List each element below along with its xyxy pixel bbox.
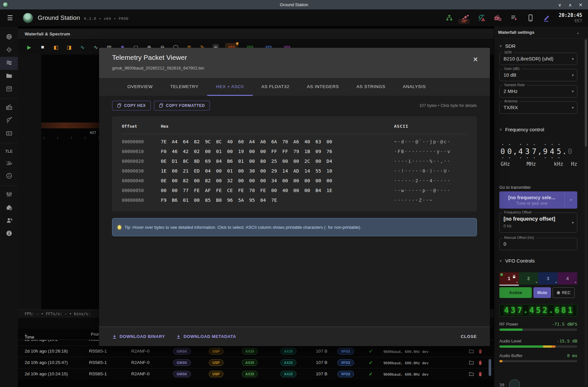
hex-byte[interactable]: 25 (271, 156, 282, 166)
hex-byte[interactable]: FF (271, 147, 282, 156)
section-vfo-controls[interactable]: ∨ VFO Controls (499, 258, 577, 264)
packet-to[interactable]: R2ANF-0 (131, 371, 149, 376)
edit-log-icon[interactable] (543, 14, 551, 22)
hex-byte[interactable]: 1B (304, 147, 315, 156)
hex-byte[interactable]: FE (216, 186, 227, 195)
hex-byte[interactable]: 82 (183, 176, 194, 186)
sidebar-item-map[interactable] (0, 31, 18, 44)
hex-byte[interactable]: 76 (326, 147, 338, 156)
hex-byte[interactable]: 00 (238, 166, 249, 176)
play-icon[interactable]: ▶ (26, 44, 32, 50)
vfo-tab-2[interactable]: 2◂ (519, 272, 538, 285)
hex-byte[interactable]: 1E (326, 186, 338, 195)
sidebar-item-decoder[interactable] (0, 127, 18, 140)
hex-byte[interactable]: AF (205, 186, 216, 195)
hex-byte[interactable]: 00 (205, 147, 216, 156)
hex-byte[interactable]: 46 (172, 147, 183, 156)
digit-down-icon[interactable]: ▾ (558, 156, 559, 160)
hex-byte[interactable]: 8D (194, 156, 205, 166)
hex-byte[interactable]: 82 (194, 137, 205, 147)
collapse-panel-icon[interactable]: ⌄ (576, 30, 580, 35)
hex-byte[interactable]: 00 (293, 176, 304, 186)
hex-byte[interactable]: 00 (216, 166, 227, 176)
select-sdr[interactable]: SDR B210 (LibreSDR) (uhd) ▾ (499, 53, 577, 65)
hex-byte[interactable]: 00 (249, 147, 260, 156)
hex-byte[interactable]: 21 (183, 166, 194, 176)
packets-scrollbar[interactable] (489, 359, 491, 376)
close-dialog-button[interactable]: CLOSE (461, 334, 477, 339)
network-status-icon[interactable] (445, 14, 454, 22)
hex-byte[interactable]: 0E (161, 176, 172, 186)
hex-byte[interactable]: 19 (238, 147, 249, 156)
hex-byte[interactable]: 01 (216, 147, 227, 156)
hex-byte[interactable]: 00 (326, 137, 338, 147)
digit-up-icon[interactable]: ▴ (520, 143, 521, 147)
hex-byte[interactable]: 00 (260, 147, 271, 156)
digit-down-icon[interactable]: ▾ (551, 156, 553, 160)
hex-byte[interactable]: 01 (183, 195, 194, 205)
stop-icon[interactable]: ■ (39, 44, 46, 50)
hex-byte[interactable]: 01 (227, 166, 238, 176)
sidebar-item-files[interactable] (0, 70, 18, 83)
spectrum-avg-icon[interactable]: ∿ (93, 44, 99, 50)
hex-byte[interactable]: 7E (161, 137, 172, 147)
hex-byte[interactable]: 29 (271, 166, 282, 176)
hex-byte[interactable]: 00 (249, 156, 260, 166)
tab-hex-ascii[interactable]: HEX + ASCII (207, 78, 252, 96)
hex-byte[interactable]: FE (238, 186, 249, 195)
tab-as-strings[interactable]: AS STRINGS (348, 78, 394, 96)
sidebar-item-antenna[interactable] (0, 114, 18, 127)
column-time[interactable]: Time ↓ (25, 332, 27, 337)
device-icon[interactable] (526, 14, 535, 22)
hex-byte[interactable]: 00 (315, 176, 326, 186)
hex-byte[interactable]: 00 (194, 195, 205, 205)
digit-down-icon[interactable]: ▾ (533, 156, 535, 160)
hex-byte[interactable]: FF (282, 147, 293, 156)
hex-byte[interactable]: A4 (172, 137, 183, 147)
digit-up-icon[interactable]: ▴ (533, 143, 535, 147)
hex-byte[interactable]: 2C (304, 156, 315, 166)
hex-byte[interactable]: 02 (194, 147, 205, 156)
digit-up-icon[interactable]: ▴ (509, 143, 510, 147)
hex-byte[interactable]: 0E (161, 156, 172, 166)
digit-down-icon[interactable]: ▾ (502, 156, 503, 160)
hex-byte[interactable]: 9C (205, 137, 216, 147)
hex-byte[interactable]: 80 (260, 156, 271, 166)
sidebar-item-tracking[interactable] (0, 44, 18, 57)
hex-byte[interactable]: 8C (216, 137, 227, 147)
hex-byte[interactable]: A4 (249, 137, 260, 147)
knob-icon[interactable] (509, 379, 520, 387)
sidebar-item-groups[interactable] (0, 170, 18, 183)
packet-to[interactable]: R2ANF-0 (131, 360, 149, 365)
vfo-mute-button[interactable]: Mute (533, 287, 551, 298)
hex-byte[interactable]: 14 (304, 166, 315, 176)
hex-byte[interactable]: B0 (216, 195, 227, 205)
open-folder-icon[interactable] (469, 371, 474, 378)
copy-hex-button[interactable]: COPY HEX (112, 101, 151, 110)
digit-up-icon[interactable]: ▴ (502, 143, 503, 147)
hex-byte[interactable]: 63 (315, 137, 326, 147)
transmitter-select-button[interactable]: [no frequency sele... Tune or pick one ▾ (499, 191, 577, 209)
hex-byte[interactable]: 00 (293, 156, 304, 166)
hex-byte[interactable]: 95 (249, 195, 260, 205)
hex-byte[interactable]: F0 (161, 147, 172, 156)
hex-byte[interactable]: 30 (249, 166, 260, 176)
hex-byte[interactable]: 55 (315, 166, 326, 176)
hex-byte[interactable]: 00 (260, 166, 271, 176)
hex-byte[interactable]: 6A (271, 137, 282, 147)
settings-scrollbar[interactable] (585, 39, 587, 386)
satellite-warning-icon[interactable] (478, 14, 486, 22)
hex-byte[interactable]: 00 (282, 156, 293, 166)
hex-byte[interactable]: B6 (227, 156, 238, 166)
waterfall-left-icon[interactable]: ◧ (53, 44, 59, 50)
close-window-icon[interactable]: ✕ (577, 2, 584, 7)
hex-byte[interactable]: 70 (282, 137, 293, 147)
hex-byte[interactable]: 64 (183, 137, 194, 147)
hex-byte[interactable]: 04 (260, 195, 271, 205)
hex-byte[interactable]: 79 (293, 147, 304, 156)
copy-formatted-button[interactable]: COPY FORMATTED (154, 101, 210, 110)
digit-down-icon[interactable]: ▾ (527, 156, 528, 160)
tab-as-float32[interactable]: AS FLOAT32 (253, 78, 298, 96)
sidebar-item-schedule[interactable] (0, 83, 18, 96)
hex-byte[interactable]: 96 (227, 195, 238, 205)
